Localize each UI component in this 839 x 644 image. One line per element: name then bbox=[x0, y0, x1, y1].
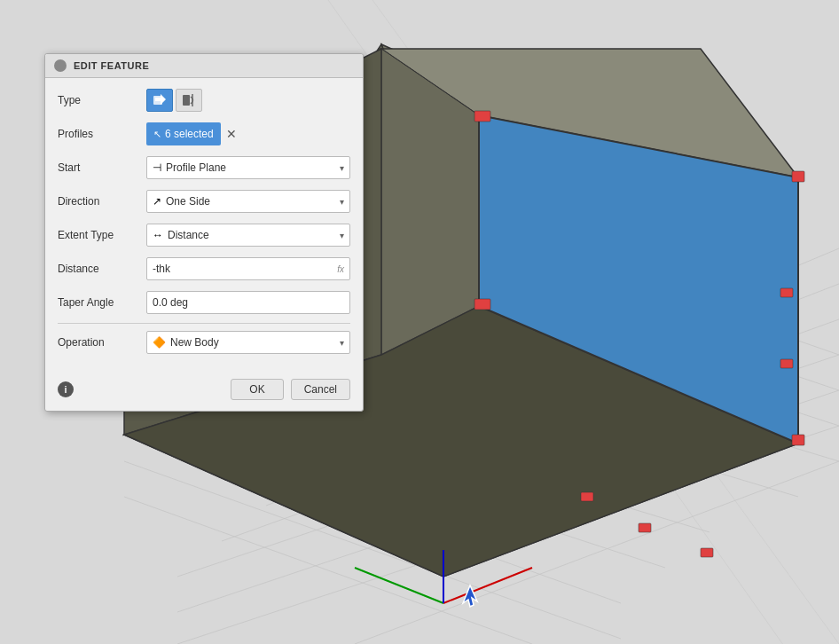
direction-control: ↗ One Side ▾ bbox=[146, 190, 350, 213]
taper-angle-input-wrapper bbox=[146, 291, 350, 314]
distance-input[interactable] bbox=[153, 263, 337, 275]
svg-rect-36 bbox=[780, 359, 793, 368]
cursor-icon: ↖ bbox=[153, 129, 161, 140]
svg-rect-34 bbox=[792, 435, 804, 445]
distance-control: fx bbox=[146, 257, 350, 280]
ok-button[interactable]: OK bbox=[231, 379, 283, 400]
extent-type-value: Distance bbox=[168, 229, 340, 241]
taper-angle-input[interactable] bbox=[153, 296, 344, 309]
operation-label: Operation bbox=[58, 336, 146, 349]
extent-type-label: Extent Type bbox=[58, 229, 146, 241]
profiles-row: Profiles ↖ 6 selected ✕ bbox=[58, 121, 350, 147]
start-arrow-icon: ▾ bbox=[340, 163, 344, 173]
start-select[interactable]: ⊣ Profile Plane ▾ bbox=[146, 156, 350, 179]
distance-row: Distance fx bbox=[58, 255, 350, 282]
operation-select[interactable]: 🔶 New Body ▾ bbox=[146, 331, 350, 354]
dialog-body: Type Profiles bbox=[45, 78, 363, 372]
svg-rect-32 bbox=[792, 171, 804, 182]
operation-icon: 🔶 bbox=[153, 336, 166, 349]
svg-rect-38 bbox=[639, 523, 651, 532]
dialog-title: EDIT FEATURE bbox=[74, 60, 149, 71]
svg-rect-46 bbox=[183, 95, 190, 106]
taper-angle-control bbox=[146, 291, 350, 314]
taper-angle-label: Taper Angle bbox=[58, 296, 146, 309]
type-row: Type bbox=[58, 87, 350, 114]
direction-value: One Side bbox=[166, 195, 340, 208]
taper-angle-row: Taper Angle bbox=[58, 289, 350, 316]
extent-type-arrow-icon: ▾ bbox=[340, 231, 344, 240]
type-btn-extrude[interactable] bbox=[146, 89, 173, 112]
svg-rect-35 bbox=[780, 288, 793, 297]
extent-type-icon: ↔ bbox=[153, 229, 163, 241]
dialog-close-icon[interactable] bbox=[54, 59, 67, 72]
operation-arrow-icon: ▾ bbox=[340, 338, 344, 348]
svg-rect-31 bbox=[474, 111, 490, 122]
direction-row: Direction ↗ One Side ▾ bbox=[58, 188, 350, 215]
extent-type-row: Extent Type ↔ Distance ▾ bbox=[58, 222, 350, 248]
direction-select[interactable]: ↗ One Side ▾ bbox=[146, 190, 350, 213]
start-label: Start bbox=[58, 161, 146, 174]
cancel-button[interactable]: Cancel bbox=[291, 379, 350, 400]
type-btn-revolve[interactable] bbox=[176, 89, 202, 112]
edit-feature-dialog: EDIT FEATURE Type bbox=[44, 53, 364, 412]
direction-label: Direction bbox=[58, 195, 146, 208]
start-icon: ⊣ bbox=[153, 161, 161, 174]
profiles-label: Profiles bbox=[58, 128, 146, 140]
info-label: i bbox=[64, 384, 67, 395]
type-label: Type bbox=[58, 94, 146, 106]
info-icon[interactable]: i bbox=[58, 381, 74, 397]
direction-arrow-icon: ▾ bbox=[340, 197, 344, 207]
distance-input-wrapper: fx bbox=[146, 257, 350, 280]
profiles-selected-text: 6 selected bbox=[165, 128, 214, 140]
profiles-selected-button[interactable]: ↖ 6 selected bbox=[146, 122, 221, 145]
start-row: Start ⊣ Profile Plane ▾ bbox=[58, 154, 350, 181]
direction-icon: ↗ bbox=[153, 195, 161, 208]
extent-type-control: ↔ Distance ▾ bbox=[146, 224, 350, 247]
start-control: ⊣ Profile Plane ▾ bbox=[146, 156, 350, 179]
profiles-clear-button[interactable]: ✕ bbox=[226, 128, 237, 140]
operation-row: Operation 🔶 New Body ▾ bbox=[58, 329, 350, 356]
type-buttons bbox=[146, 89, 350, 112]
distance-label: Distance bbox=[58, 263, 146, 275]
profiles-control: ↖ 6 selected ✕ bbox=[146, 122, 350, 145]
extent-type-select[interactable]: ↔ Distance ▾ bbox=[146, 224, 350, 247]
start-value: Profile Plane bbox=[166, 161, 340, 174]
operation-control: 🔶 New Body ▾ bbox=[146, 331, 350, 354]
svg-rect-39 bbox=[701, 548, 713, 557]
fx-badge: fx bbox=[337, 264, 344, 274]
dialog-title-bar: EDIT FEATURE bbox=[45, 54, 363, 78]
operation-value: New Body bbox=[170, 336, 340, 349]
svg-rect-37 bbox=[581, 492, 593, 501]
divider bbox=[58, 323, 350, 324]
dialog-footer: i OK Cancel bbox=[45, 372, 363, 411]
svg-rect-33 bbox=[474, 299, 490, 310]
